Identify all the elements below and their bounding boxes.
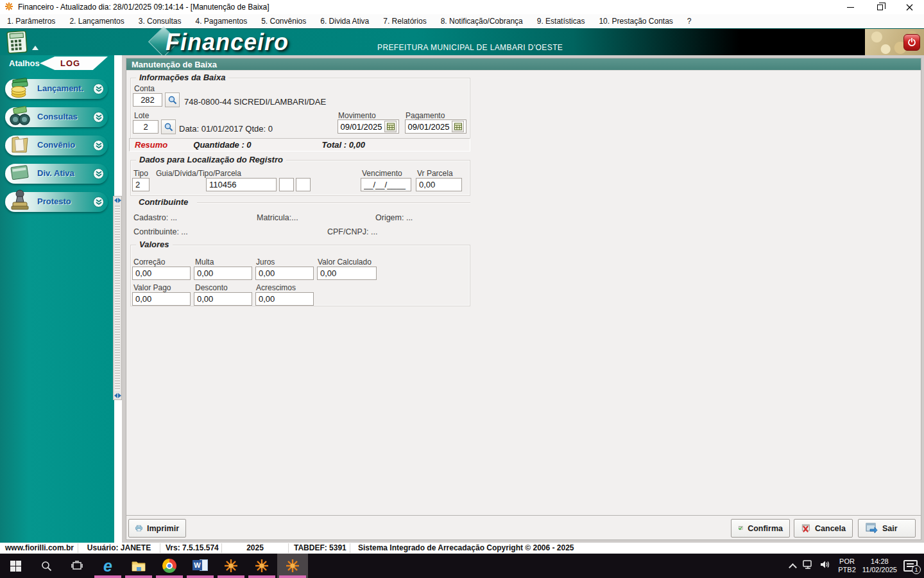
status-year: 2025 bbox=[222, 543, 289, 553]
chevron-down-icon[interactable] bbox=[93, 140, 104, 151]
status-copyright: Sistema Integrado de Arrecadação Copyrig… bbox=[350, 543, 579, 553]
app-logo: Financeiro bbox=[166, 29, 289, 56]
chrome-icon[interactable] bbox=[154, 554, 185, 578]
status-version: Vrs: 7.5.15.574 bbox=[160, 543, 222, 553]
movimento-label: Movimento bbox=[338, 111, 376, 120]
chevron-down-icon[interactable] bbox=[93, 168, 104, 179]
sidebar-item-protesto[interactable]: Protesto bbox=[5, 192, 108, 212]
sidebar-item-convenio[interactable]: Convênio bbox=[5, 136, 108, 155]
chevron-down-icon[interactable] bbox=[93, 112, 104, 123]
menu-convenios[interactable]: 5. Convênios bbox=[254, 14, 313, 28]
file-explorer-icon[interactable] bbox=[123, 554, 154, 578]
desconto-input[interactable] bbox=[194, 292, 252, 306]
calculator-icon[interactable] bbox=[6, 31, 28, 57]
imprimir-button[interactable]: Imprimir bbox=[128, 519, 186, 538]
notification-icon[interactable]: 1 bbox=[903, 560, 918, 572]
cpf-cnpj-text: CPF/CNPJ: ... bbox=[327, 227, 377, 236]
lote-input[interactable] bbox=[133, 120, 158, 134]
juros-input[interactable] bbox=[255, 267, 314, 280]
fiorilli-app-icon-active[interactable] bbox=[277, 554, 308, 578]
taskbar: e W bbox=[0, 554, 924, 578]
movimento-input[interactable] bbox=[338, 122, 384, 132]
chevron-down-icon[interactable] bbox=[93, 197, 104, 207]
vr-parcela-label: Vr Parcela bbox=[417, 169, 453, 178]
task-view-icon[interactable] bbox=[62, 554, 92, 578]
menu-lancamentos[interactable]: 2. Lançamentos bbox=[62, 14, 131, 28]
money-books-icon bbox=[8, 75, 32, 102]
printer-icon bbox=[135, 523, 142, 534]
fiorilli-app-icon[interactable] bbox=[216, 554, 246, 578]
tipo-input[interactable] bbox=[132, 178, 150, 191]
valor-calculado-label: Valor Calculado bbox=[318, 258, 372, 267]
clock[interactable]: 14:28 11/02/2025 bbox=[862, 557, 897, 574]
sidebar-splitter[interactable] bbox=[113, 196, 122, 400]
restore-button[interactable] bbox=[865, 0, 894, 14]
window-title: Financeiro - Atualizado dia: 28/01/2025 … bbox=[18, 3, 270, 12]
chevron-down-icon[interactable] bbox=[93, 83, 104, 94]
matricula-text: Matricula:... bbox=[257, 213, 298, 222]
valor-pago-label: Valor Pago bbox=[133, 283, 171, 292]
cancela-button[interactable]: Cancela bbox=[794, 519, 853, 538]
start-button[interactable] bbox=[0, 554, 31, 578]
language-indicator[interactable]: POR PTB2 bbox=[838, 557, 856, 574]
minimize-button[interactable] bbox=[835, 0, 865, 14]
menu-relatorios[interactable]: 7. Relatórios bbox=[376, 14, 433, 28]
sidebar-item-lancamento[interactable]: Lançament. bbox=[5, 79, 108, 99]
resumo-quantidade: Quantidade : 0 bbox=[193, 140, 251, 150]
calendar-icon[interactable] bbox=[452, 121, 464, 132]
tray-expand-icon[interactable] bbox=[789, 563, 797, 572]
cadastro-text: Cadastro: ... bbox=[133, 213, 177, 222]
menu-prestacao-contas[interactable]: 10. Prestação Contas bbox=[592, 14, 680, 28]
collapse-arrow-icon[interactable] bbox=[32, 46, 38, 50]
menu-help[interactable]: ? bbox=[680, 14, 699, 28]
tipo2-input[interactable] bbox=[279, 178, 294, 191]
log-button[interactable]: LOG bbox=[40, 57, 108, 70]
internet-explorer-icon[interactable]: e bbox=[92, 554, 123, 578]
contribuinte-text: Contribuinte: ... bbox=[133, 227, 188, 236]
power-button[interactable] bbox=[903, 34, 920, 51]
menu-estatisticas[interactable]: 9. Estatísticas bbox=[530, 14, 592, 28]
menu-parametros[interactable]: 1. Parâmetros bbox=[0, 14, 62, 28]
sidebar-item-div-ativa[interactable]: Div. Ativa bbox=[5, 164, 108, 184]
stamp-icon bbox=[8, 188, 32, 215]
juros-label: Juros bbox=[256, 258, 275, 267]
cancel-icon bbox=[801, 523, 810, 534]
sair-button[interactable]: Sair bbox=[858, 519, 916, 538]
guia-input[interactable] bbox=[206, 178, 277, 191]
acrescimos-input[interactable] bbox=[255, 292, 314, 306]
word-icon[interactable]: W bbox=[185, 554, 216, 578]
confirma-button[interactable]: Confirma bbox=[731, 519, 790, 538]
vencimento-label: Vencimento bbox=[362, 169, 402, 178]
conta-label: Conta bbox=[134, 84, 155, 93]
fiorilli-flower-icon bbox=[4, 2, 13, 13]
fiorilli-app-icon[interactable] bbox=[246, 554, 277, 578]
correcao-label: Correção bbox=[133, 258, 165, 267]
menu-pagamentos[interactable]: 4. Pagamentos bbox=[188, 14, 254, 28]
speaker-icon[interactable] bbox=[820, 560, 832, 572]
close-button[interactable] bbox=[894, 0, 924, 14]
menu-notificacao-cobranca[interactable]: 8. Notificação/Cobrança bbox=[434, 14, 530, 28]
resumo-label: Resumo bbox=[135, 140, 167, 150]
vencimento-input[interactable] bbox=[361, 178, 411, 191]
taskbar-search-icon[interactable] bbox=[31, 554, 62, 578]
movimento-datebox bbox=[338, 119, 399, 134]
vr-parcela-input[interactable] bbox=[416, 178, 462, 191]
network-icon[interactable] bbox=[802, 560, 814, 572]
parcela-input[interactable] bbox=[296, 178, 311, 191]
valor-calculado-input[interactable] bbox=[317, 267, 377, 280]
conta-input[interactable] bbox=[133, 93, 162, 107]
conta-search-button[interactable] bbox=[165, 92, 180, 107]
correcao-input[interactable] bbox=[132, 267, 191, 280]
multa-input[interactable] bbox=[194, 267, 252, 280]
lote-search-button[interactable] bbox=[161, 119, 176, 134]
menu-divida-ativa[interactable]: 6. Divida Ativa bbox=[313, 14, 376, 28]
book-icon bbox=[8, 160, 32, 187]
sidebar-item-consultas[interactable]: Consultas bbox=[5, 107, 108, 127]
notification-badge: 1 bbox=[912, 565, 921, 574]
menu-consultas[interactable]: 3. Consultas bbox=[132, 14, 189, 28]
pagamento-input[interactable] bbox=[406, 122, 452, 132]
calendar-icon[interactable] bbox=[384, 121, 397, 132]
lote-descricao: Data: 01/01/2017 Qtde: 0 bbox=[179, 124, 273, 134]
valor-pago-input[interactable] bbox=[132, 292, 191, 306]
contribuinte-legend: Contribuinte bbox=[135, 197, 191, 207]
